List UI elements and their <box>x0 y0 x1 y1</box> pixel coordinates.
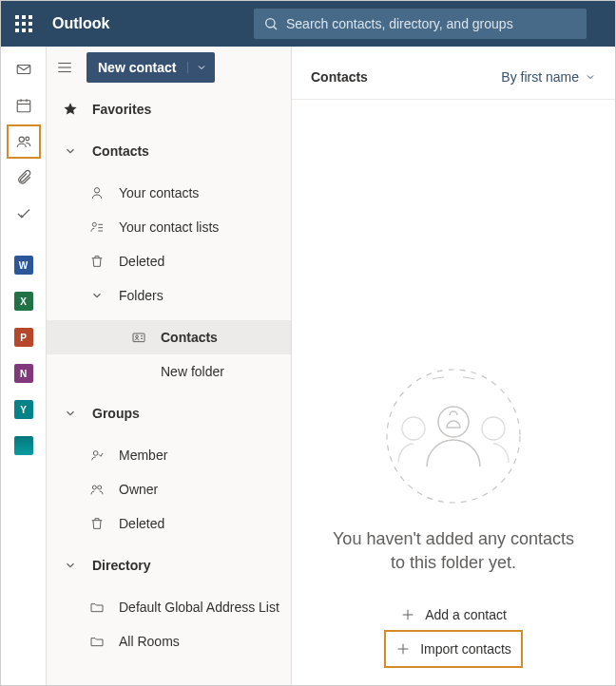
svg-point-21 <box>93 451 98 456</box>
onenote-icon: N <box>14 364 33 383</box>
excel-icon: X <box>14 292 33 311</box>
contact-card-icon <box>130 330 147 345</box>
nav-favorites[interactable]: Favorites <box>47 92 291 126</box>
new-contact-label: New contact <box>87 60 187 75</box>
waffle-icon <box>15 15 32 32</box>
add-contact-label: Add a contact <box>425 607 507 622</box>
app-launcher-button[interactable] <box>1 1 47 47</box>
person-icon <box>88 448 106 463</box>
svg-point-7 <box>19 137 24 142</box>
nav-contacts-header[interactable]: Contacts <box>47 134 291 168</box>
nav-member[interactable]: Member <box>47 438 291 472</box>
svg-point-12 <box>94 188 99 193</box>
nav-folders[interactable]: Folders <box>47 278 291 313</box>
yammer-icon: Y <box>14 400 33 419</box>
chevron-down-icon <box>585 71 596 83</box>
nav-new-folder[interactable]: New folder <box>47 354 291 389</box>
svg-point-0 <box>266 19 275 28</box>
people-icon <box>15 133 32 150</box>
nav-label: Owner <box>119 482 158 497</box>
chevron-down-icon <box>62 407 79 420</box>
more-apps-button[interactable] <box>9 430 39 461</box>
empty-state-text: You haven't added any contactsto this fo… <box>314 527 593 575</box>
nav-groups-header[interactable]: Groups <box>47 396 291 430</box>
search-placeholder: Search contacts, directory, and groups <box>279 16 513 31</box>
app-rail: W X P N Y <box>1 47 47 685</box>
plus-icon <box>400 607 415 622</box>
nav-label: Favorites <box>92 102 151 117</box>
svg-rect-17 <box>133 333 144 342</box>
svg-point-8 <box>25 137 29 141</box>
nav-deleted[interactable]: Deleted <box>47 244 291 278</box>
folder-nav: New contact Favorites Contacts Your cont… <box>47 47 292 685</box>
page-title: Contacts <box>311 69 368 85</box>
new-contact-split[interactable] <box>187 62 215 73</box>
nav-label: Your contact lists <box>119 219 219 235</box>
todo-button[interactable] <box>9 199 39 229</box>
add-contact-button[interactable]: Add a contact <box>391 598 516 632</box>
nav-directory-header[interactable]: Directory <box>47 548 291 582</box>
people-button[interactable] <box>9 126 39 157</box>
nav-label: Directory <box>92 558 150 573</box>
nav-label: Member <box>119 448 167 463</box>
calendar-button[interactable] <box>9 90 39 121</box>
empty-illustration <box>377 360 529 512</box>
nav-label: Folders <box>119 288 164 303</box>
checkmark-icon <box>15 205 32 222</box>
onenote-button[interactable]: N <box>9 358 39 389</box>
svg-point-22 <box>92 486 96 489</box>
yammer-button[interactable]: Y <box>9 394 39 425</box>
chevron-down-icon <box>196 62 207 73</box>
nav-label: All Rooms <box>119 634 180 649</box>
hamburger-icon <box>56 59 73 76</box>
nav-label: Contacts <box>92 143 149 159</box>
app-icon <box>14 436 33 455</box>
toggle-nav-button[interactable] <box>56 59 73 76</box>
chevron-down-icon <box>88 289 106 302</box>
attachment-icon <box>15 169 32 186</box>
folder-icon <box>88 634 106 649</box>
nav-your-contacts[interactable]: Your contacts <box>47 176 291 210</box>
svg-point-18 <box>136 335 139 338</box>
nav-label: Deleted <box>119 516 164 531</box>
main-pane: Contacts By first name <box>292 47 615 685</box>
folder-icon <box>88 600 106 615</box>
nav-folder-contacts[interactable]: Contacts <box>47 320 291 354</box>
plus-icon <box>395 641 411 657</box>
nav-owner[interactable]: Owner <box>47 472 291 506</box>
mail-icon <box>15 61 32 78</box>
trash-icon <box>88 254 106 269</box>
search-icon <box>263 16 279 31</box>
people-list-icon <box>88 219 106 235</box>
nav-groups-deleted[interactable]: Deleted <box>47 506 291 541</box>
import-contacts-button[interactable]: Import contacts <box>386 632 521 666</box>
person-icon <box>88 185 106 200</box>
nav-label: Contacts <box>161 330 218 345</box>
powerpoint-icon: P <box>14 328 33 347</box>
powerpoint-button[interactable]: P <box>9 322 39 353</box>
nav-your-contact-lists[interactable]: Your contact lists <box>47 210 291 244</box>
chevron-down-icon <box>62 144 79 158</box>
nav-label: Your contacts <box>119 185 199 200</box>
svg-line-1 <box>274 27 277 29</box>
star-icon <box>62 102 79 117</box>
nav-label: New folder <box>161 364 224 379</box>
excel-button[interactable]: X <box>9 286 39 316</box>
people-icon <box>88 482 106 497</box>
nav-all-rooms[interactable]: All Rooms <box>47 624 291 658</box>
word-button[interactable]: W <box>9 250 39 280</box>
svg-point-26 <box>402 417 425 440</box>
svg-point-24 <box>387 370 520 503</box>
nav-label: Deleted <box>119 254 164 269</box>
nav-default-gal[interactable]: Default Global Address List <box>47 590 291 624</box>
trash-icon <box>88 516 106 531</box>
nav-label: Default Global Address List <box>119 600 279 615</box>
mail-button[interactable] <box>9 54 39 85</box>
new-contact-button[interactable]: New contact <box>87 52 215 83</box>
files-button[interactable] <box>9 162 39 193</box>
sort-label: By first name <box>501 69 579 85</box>
svg-point-27 <box>482 417 505 440</box>
search-input[interactable]: Search contacts, directory, and groups <box>254 9 587 39</box>
calendar-icon <box>15 97 32 114</box>
sort-button[interactable]: By first name <box>501 69 596 85</box>
